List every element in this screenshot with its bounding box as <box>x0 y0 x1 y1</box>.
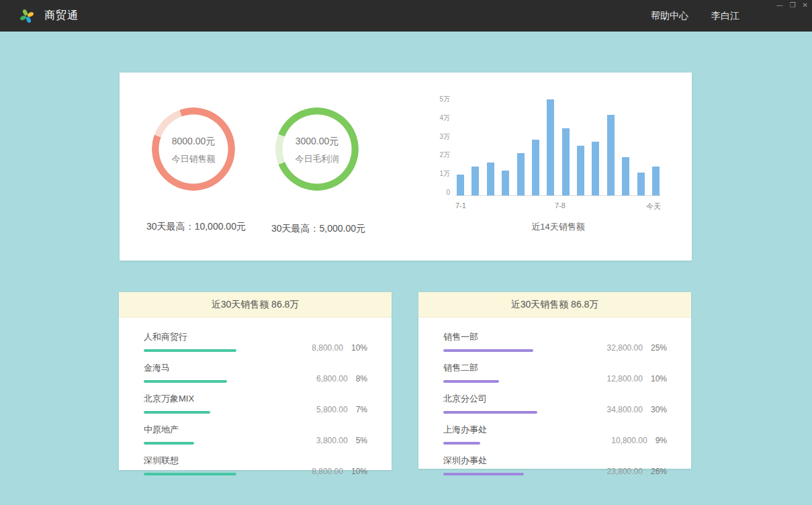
y-tick: 5万 <box>439 96 450 103</box>
list-item: 上海办事处10,800.009% <box>443 424 667 445</box>
sales-14d-bar-chart: 5万4万3万2万1万0 7-1 7-8 今天 <box>430 93 677 208</box>
item-percent: 10% <box>651 374 667 383</box>
titlebar: 商贸通 帮助中心 李白江 — ❐ ✕ <box>0 0 812 32</box>
x-tick: 今天 <box>646 201 661 212</box>
today-profit-donut-text: 3000.00元 今日毛利润 <box>275 136 359 165</box>
item-amount: 12,800.00 <box>607 374 643 383</box>
window-controls: — ❐ ✕ <box>776 1 808 9</box>
customer-sales-list: 人和商贸行8,800.0010%金海马6,800.008%北京万象MIX5,80… <box>119 318 392 475</box>
progress-bar <box>443 349 533 352</box>
item-amount: 3,800.00 <box>316 436 348 445</box>
bar <box>471 167 479 195</box>
item-name: 北京万象MIX <box>144 393 276 405</box>
bar <box>652 167 660 195</box>
bar <box>547 99 554 195</box>
list-item: 北京分公司34,800.0030% <box>443 393 667 414</box>
item-amount: 8,800.00 <box>312 343 343 353</box>
x-tick: 7-8 <box>555 201 566 210</box>
bar <box>607 115 615 195</box>
bar <box>562 128 570 195</box>
progress-bar <box>443 473 524 475</box>
item-name: 中原地产 <box>144 424 276 436</box>
bar <box>487 163 494 195</box>
list-item: 深圳联想8,800.0010% <box>144 455 367 475</box>
item-amount: 34,800.00 <box>607 405 643 414</box>
item-percent: 10% <box>351 467 367 476</box>
list-item: 北京万象MIX5,800.007% <box>144 393 367 414</box>
bar <box>637 173 645 195</box>
customer-sales-card: 近30天销售额 86.8万 人和商贸行8,800.0010%金海马6,800.0… <box>119 292 392 470</box>
item-amount: 10,800.00 <box>611 436 647 445</box>
list-item: 金海马6,800.008% <box>144 362 367 383</box>
today-sales-label: 今日销售额 <box>152 153 235 165</box>
list-item: 人和商贸行8,800.0010% <box>144 331 367 352</box>
item-name: 深圳联想 <box>144 455 276 467</box>
minimize-icon[interactable]: — <box>776 1 783 9</box>
progress-bar <box>144 473 236 475</box>
item-name: 人和商贸行 <box>144 331 276 343</box>
department-sales-card: 近30天销售额 86.8万 销售一部32,800.0025%销售二部12,800… <box>418 292 691 469</box>
app-title: 商贸通 <box>44 9 79 23</box>
item-percent: 25% <box>651 343 667 353</box>
item-name: 销售一部 <box>443 331 576 343</box>
item-percent: 30% <box>651 405 667 414</box>
y-tick: 3万 <box>439 134 450 140</box>
today-profit-value: 3000.00元 <box>275 136 359 148</box>
help-center-link[interactable]: 帮助中心 <box>651 10 688 22</box>
progress-bar <box>144 442 194 445</box>
close-icon[interactable]: ✕ <box>803 1 808 9</box>
item-amount: 6,800.00 <box>316 374 348 383</box>
bar <box>622 157 629 195</box>
item-amount: 5,800.00 <box>316 405 348 414</box>
app-logo-pinwheel-icon <box>19 8 35 24</box>
item-name: 北京分公司 <box>443 393 576 405</box>
item-percent: 10% <box>351 343 367 353</box>
chart-caption: 近14天销售额 <box>455 221 661 233</box>
y-tick: 0 <box>446 189 450 196</box>
list-item: 销售二部12,800.0010% <box>443 362 667 383</box>
bar <box>457 175 464 195</box>
bar <box>502 171 509 195</box>
y-axis: 5万4万3万2万1万0 <box>430 93 455 193</box>
item-percent: 9% <box>656 436 667 445</box>
item-amount: 23,800.00 <box>607 467 643 476</box>
x-tick: 7-1 <box>455 201 466 210</box>
item-name: 销售二部 <box>443 362 576 374</box>
maximize-icon[interactable]: ❐ <box>790 1 796 9</box>
username-menu[interactable]: 李白江 <box>711 10 739 22</box>
item-amount: 32,800.00 <box>607 343 643 353</box>
bar <box>532 140 539 195</box>
today-profit-label: 今日毛利润 <box>275 153 359 165</box>
item-percent: 7% <box>356 405 367 414</box>
item-name: 金海马 <box>144 362 276 374</box>
progress-bar <box>443 380 499 383</box>
list-item: 中原地产3,800.005% <box>144 424 367 445</box>
bar <box>517 153 525 195</box>
overview-card: 8000.00元 今日销售额 30天最高：10,000.00元 3000.00元… <box>120 73 692 261</box>
customer-sales-card-title: 近30天销售额 86.8万 <box>119 292 392 318</box>
progress-bar <box>144 411 210 414</box>
item-name: 上海办事处 <box>443 424 576 436</box>
x-axis: 7-1 7-8 今天 <box>455 196 661 208</box>
today-profit-30d-max: 30天最高：5,000.00元 <box>238 223 399 235</box>
item-percent: 8% <box>356 374 367 383</box>
progress-bar <box>443 442 480 445</box>
bar <box>592 142 599 195</box>
list-item: 销售一部32,800.0025% <box>443 331 667 352</box>
bar-plot <box>455 99 661 196</box>
y-tick: 1万 <box>439 171 450 177</box>
progress-bar <box>144 380 227 383</box>
list-item: 深圳办事处23,800.0026% <box>443 455 667 475</box>
y-tick: 4万 <box>439 115 450 122</box>
item-percent: 5% <box>356 436 367 445</box>
progress-bar <box>144 349 236 352</box>
bar <box>577 146 584 195</box>
item-name: 深圳办事处 <box>443 455 576 467</box>
department-sales-list: 销售一部32,800.0025%销售二部12,800.0010%北京分公司34,… <box>418 318 691 475</box>
y-tick: 2万 <box>439 152 450 158</box>
item-amount: 8,800.00 <box>312 467 343 476</box>
progress-bar <box>443 411 537 414</box>
item-percent: 26% <box>651 467 667 476</box>
department-sales-card-title: 近30天销售额 86.8万 <box>418 292 691 318</box>
today-sales-value: 8000.00元 <box>152 136 235 148</box>
